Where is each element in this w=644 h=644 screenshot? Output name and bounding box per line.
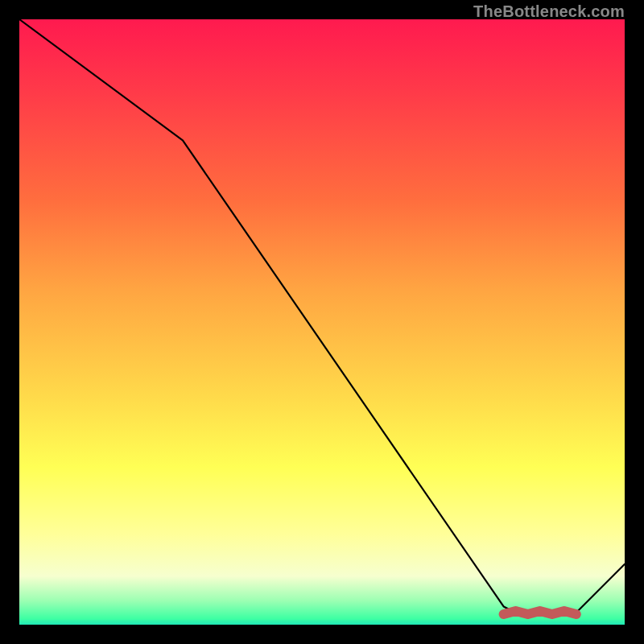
chart-stage: TheBottleneck.com (0, 0, 644, 644)
chart-overlay (19, 19, 625, 625)
attribution-label: TheBottleneck.com (473, 2, 625, 21)
plot-area (19, 19, 625, 625)
main-curve (19, 19, 625, 613)
flat-marker (504, 611, 576, 614)
